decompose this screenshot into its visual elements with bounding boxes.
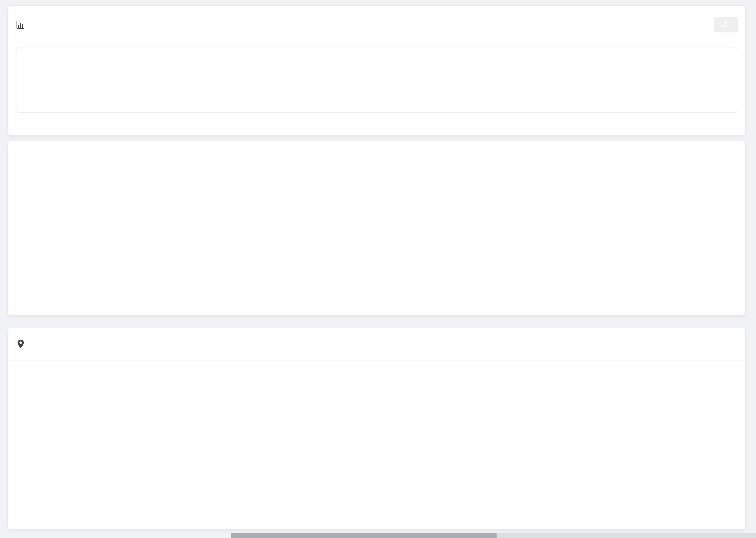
campaign-geo-opens-card: [8, 328, 746, 530]
tracking-stats-header: [8, 6, 745, 44]
geo-opens-pie-chart: [47, 363, 191, 507]
map-pin-icon: [16, 339, 26, 350]
bar-chart-icon: [16, 20, 25, 29]
rates-row-bottom: [8, 154, 745, 165]
geo-table-header: [384, 361, 745, 379]
rates-row-top: [8, 141, 745, 154]
rates-card: [8, 141, 746, 315]
stats-summary-row: [16, 47, 737, 113]
geo-country-table: [384, 361, 745, 379]
horizontal-scrollbar-thumb[interactable]: [231, 533, 497, 538]
export-basic-stats-button[interactable]: [714, 17, 738, 32]
export-icon: [721, 20, 728, 29]
tracking-stats-card: [8, 5, 746, 136]
geo-header: [8, 328, 745, 361]
